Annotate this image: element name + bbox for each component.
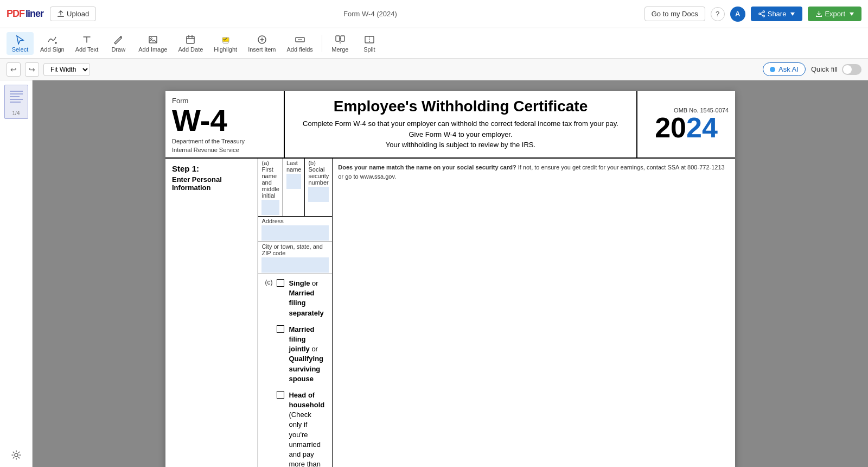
insert-item-icon <box>257 34 267 45</box>
add-date-icon <box>185 34 196 45</box>
filing-status-row: (c) Single or Married filing separately <box>258 274 332 467</box>
svg-rect-32 <box>341 36 344 41</box>
form-year: 2024 <box>655 113 718 142</box>
form-header-center: Employee's Withholding Certificate Compl… <box>285 91 637 157</box>
pdf-viewer[interactable]: Form W-4 Department of the Treasury Inte… <box>33 80 868 467</box>
svg-rect-38 <box>10 99 23 100</box>
svg-rect-37 <box>10 96 20 97</box>
document-title: Form W-4 (2024) <box>103 10 638 18</box>
add-image-icon <box>148 34 158 45</box>
sidebar-settings-button[interactable] <box>9 447 24 463</box>
form-header: Form W-4 Department of the Treasury Inte… <box>165 91 735 159</box>
topbar-right: Go to my Docs ? A Share Export <box>644 7 861 22</box>
fit-width-select[interactable]: Fit Width <box>43 63 90 76</box>
checkbox-section: (c) Single or Married filing separately <box>258 274 332 467</box>
share-chevron-icon <box>790 12 795 16</box>
name-row: (a) First name and middle initial Last n… <box>258 159 332 217</box>
page-thumbnail[interactable]: 1/4 <box>4 85 28 119</box>
address-cell: Address <box>258 217 332 242</box>
insert-item-tool-button[interactable]: Insert item <box>244 32 280 55</box>
single-filing-label: Single or Married filing separately <box>289 279 326 318</box>
svg-rect-27 <box>187 36 194 43</box>
city-cell: City or town, state, and ZIP code <box>258 242 332 274</box>
split-tool-button[interactable]: Split <box>356 32 383 55</box>
svg-point-22 <box>763 11 764 12</box>
go-to-docs-button[interactable]: Go to my Docs <box>644 7 705 21</box>
svg-point-40 <box>15 453 18 457</box>
form-header-left: Form W-4 Department of the Treasury Inte… <box>165 91 285 157</box>
add-fields-icon <box>295 34 305 45</box>
settings-icon <box>11 450 22 460</box>
form-header-right: OMB No. 1545-0074 2024 <box>637 91 735 157</box>
upload-button[interactable]: Upload <box>50 7 96 21</box>
step1-fields: (a) First name and middle initial Last n… <box>258 159 333 467</box>
avatar[interactable]: A <box>730 7 745 22</box>
form-page: Form W-4 Department of the Treasury Inte… <box>165 91 735 467</box>
export-button[interactable]: Export <box>808 7 861 21</box>
head-household-checkbox[interactable] <box>277 391 284 399</box>
redo-button[interactable]: ↪ <box>25 62 39 77</box>
address-label: Address <box>261 218 329 224</box>
page-thumb-icon <box>8 87 25 109</box>
ask-ai-button[interactable]: Ask AI <box>763 62 806 76</box>
select-tool-button[interactable]: Select <box>7 32 34 55</box>
export-chevron-icon <box>850 12 854 16</box>
merge-icon <box>335 34 346 45</box>
share-button[interactable]: Share <box>751 7 803 21</box>
highlight-icon <box>220 34 231 45</box>
city-row: City or town, state, and ZIP code <box>258 242 332 274</box>
form-number: W-4 <box>172 105 277 136</box>
quick-fill-label: Quick fill <box>811 65 838 73</box>
add-image-tool-button[interactable]: Add Image <box>134 32 171 55</box>
left-sidebar: 1/4 <box>0 80 33 467</box>
svg-point-26 <box>150 37 152 39</box>
logo-pdf: PDF <box>7 8 24 20</box>
form-subtitle: Complete Form W-4 so that your employer … <box>291 118 630 150</box>
draw-tool-button[interactable]: Draw <box>105 32 132 55</box>
quick-fill-toggle[interactable] <box>842 64 861 75</box>
city-input[interactable] <box>261 257 329 273</box>
married-joint-checkbox[interactable] <box>277 325 284 333</box>
add-fields-tool-button[interactable]: Add fields <box>283 32 317 55</box>
svg-point-24 <box>759 13 761 15</box>
svg-rect-28 <box>222 37 229 42</box>
address-input[interactable] <box>261 225 329 241</box>
step1-side-note: Does your name match the name on your so… <box>333 159 735 467</box>
head-household-row: Head of household (Check only if you're … <box>277 390 326 467</box>
first-name-input[interactable] <box>261 200 279 215</box>
svg-rect-36 <box>10 93 23 94</box>
share-icon <box>758 10 765 17</box>
city-label: City or town, state, and ZIP code <box>261 243 329 256</box>
page-number: 1/4 <box>12 110 20 116</box>
first-name-label: (a) First name and middle initial <box>261 160 279 199</box>
toolbar: Select Add Sign Add Text Draw <box>0 28 868 59</box>
svg-rect-25 <box>149 36 157 43</box>
help-button[interactable]: ? <box>711 7 725 21</box>
married-joint-label: Married filing jointly or Qualifying sur… <box>289 325 326 384</box>
filing-status-options: Single or Married filing separately Marr… <box>277 279 326 467</box>
export-icon <box>815 10 822 17</box>
form-title: Employee's Withholding Certificate <box>291 98 630 115</box>
head-household-label: Head of household (Check only if you're … <box>289 390 326 467</box>
add-text-icon <box>81 34 92 45</box>
single-filing-checkbox[interactable] <box>277 279 284 287</box>
add-text-tool-button[interactable]: Add Text <box>71 32 103 55</box>
undo-button[interactable]: ↩ <box>7 62 21 77</box>
highlight-tool-button[interactable]: Highlight <box>209 32 241 55</box>
step1-section: Step 1: Enter Personal Information (a) F… <box>165 159 735 467</box>
select-icon <box>15 34 25 45</box>
ssn-input[interactable] <box>308 187 329 202</box>
single-filing-row: Single or Married filing separately <box>277 279 326 318</box>
toolbar-separator <box>322 35 322 52</box>
svg-rect-35 <box>10 91 23 92</box>
add-sign-tool-button[interactable]: Add Sign <box>36 32 69 55</box>
step1-label: Step 1: Enter Personal Information <box>165 159 258 467</box>
dept-line1: Department of the Treasury <box>172 138 277 144</box>
filing-status-label: (c) <box>265 279 272 286</box>
svg-rect-39 <box>10 102 21 103</box>
add-date-tool-button[interactable]: Add Date <box>174 32 207 55</box>
add-sign-icon <box>47 34 58 45</box>
main-content: 1/4 Form W-4 Department of the Treasury <box>0 80 868 467</box>
last-name-input[interactable] <box>286 174 302 189</box>
merge-tool-button[interactable]: Merge <box>327 32 354 55</box>
